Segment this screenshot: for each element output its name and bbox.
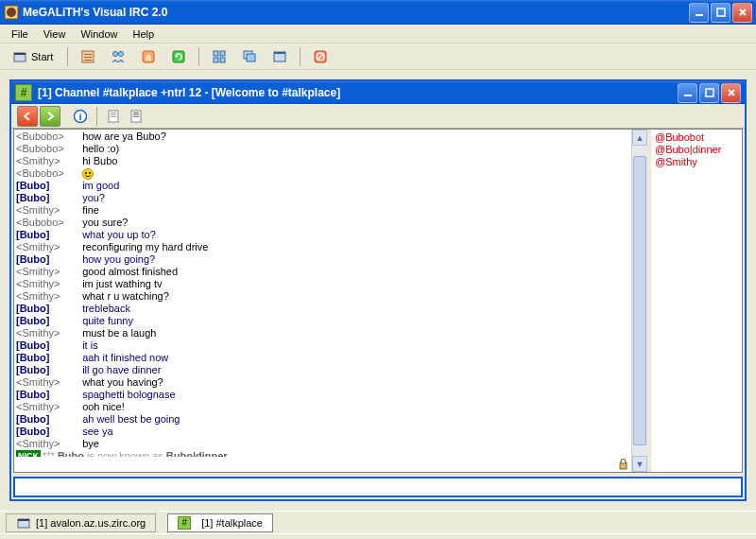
channel-tb-btn-2[interactable] xyxy=(40,106,60,127)
svg-rect-7 xyxy=(84,54,92,55)
chat-text: fine xyxy=(82,204,99,217)
svg-rect-40 xyxy=(18,519,29,521)
chat-nick: <Smithy> xyxy=(16,438,77,450)
channel-tb-btn-5[interactable] xyxy=(126,106,146,127)
smiley-icon xyxy=(82,168,94,180)
toolbar-btn-8[interactable] xyxy=(306,46,335,67)
menu-help[interactable]: Help xyxy=(126,26,163,42)
users-icon xyxy=(111,49,126,64)
task-server-button[interactable]: [1] avalon.az.us.zirc.org xyxy=(6,513,156,532)
menu-file[interactable]: File xyxy=(4,26,36,42)
svg-point-1 xyxy=(7,8,16,17)
chat-line: [Bubo] quite funny xyxy=(16,315,629,327)
chat-line: <Smithy> what you having? xyxy=(16,376,629,389)
chat-text: ooh nice! xyxy=(82,401,125,413)
window-icon xyxy=(272,49,287,64)
channel-tb-btn-1[interactable] xyxy=(17,106,38,127)
toolbar-btn-3[interactable]: a xyxy=(134,46,163,67)
chat-line: <Smithy> must be a laugh xyxy=(16,327,629,339)
svg-rect-15 xyxy=(214,51,218,56)
chat-text: im good xyxy=(82,180,119,192)
chat-line: [Bubo] spaghetti bolognase xyxy=(16,389,629,401)
chat-line: <Smithy> good almost finished xyxy=(16,266,629,278)
menu-window[interactable]: Window xyxy=(73,26,125,42)
channel-body: <Bubobo> how are ya Bubo?<Bubobo> hello … xyxy=(13,129,743,473)
svg-rect-37 xyxy=(133,116,139,117)
chat-text: im just wathing tv xyxy=(82,278,162,290)
input-row xyxy=(13,477,743,497)
toolbar-btn-7[interactable] xyxy=(266,46,294,67)
svg-rect-33 xyxy=(111,116,116,117)
channel-maximize-button[interactable] xyxy=(699,83,719,103)
chat-nick: <Smithy> xyxy=(16,266,77,278)
server-window-icon xyxy=(16,515,31,530)
chat-text: you? xyxy=(82,192,105,204)
toolbar-btn-1[interactable] xyxy=(74,46,102,67)
chat-nick: [Bubo] xyxy=(16,352,77,364)
task-channel-button[interactable]: # [1] #talkplace xyxy=(167,513,273,532)
chat-line: [Bubo] aah it finished now xyxy=(16,352,629,364)
chat-nick: <Bubobo> xyxy=(16,217,77,229)
menu-view[interactable]: View xyxy=(36,26,74,42)
scroll-thumb[interactable] xyxy=(633,156,646,445)
chat-line: [Bubo] im good xyxy=(16,180,629,192)
start-icon xyxy=(12,49,27,64)
close-button[interactable] xyxy=(732,3,752,23)
chat-text: spaghetti bolognase xyxy=(82,389,175,401)
channel-close-button[interactable] xyxy=(721,83,741,103)
channel-titlebar[interactable]: # [1] Channel #talkplace +ntrl 12 - [Wel… xyxy=(11,81,745,104)
nicklist-entry[interactable]: @Bubobot xyxy=(655,131,738,144)
svg-rect-32 xyxy=(111,114,116,115)
chat-line: [Bubo] ah well best be going xyxy=(16,413,629,426)
chat-messages[interactable]: <Bubobo> how are ya Bubo?<Bubobo> hello … xyxy=(14,130,631,457)
chat-nick: <Smithy> xyxy=(16,204,77,217)
toolbar-separator xyxy=(96,107,97,126)
chat-nick: <Bubobo> xyxy=(16,130,77,143)
channel-tb-btn-3[interactable]: i xyxy=(70,106,91,127)
lock-icon-row xyxy=(14,457,631,472)
minimize-button[interactable] xyxy=(689,3,709,23)
message-input[interactable] xyxy=(13,477,743,497)
svg-rect-8 xyxy=(84,57,92,58)
chat-text: it is xyxy=(82,339,98,352)
chat-nick: [Bubo] xyxy=(16,339,77,352)
nicklist-entry[interactable]: @Bubo|dinner xyxy=(655,144,738,156)
server-list-icon xyxy=(80,49,95,64)
chat-scrollbar[interactable]: ▲ ▼ xyxy=(631,130,647,472)
svg-rect-5 xyxy=(14,53,26,55)
toolbar-btn-5[interactable] xyxy=(205,46,233,67)
channel-minimize-button[interactable] xyxy=(678,83,697,103)
chat-nick: <Smithy> xyxy=(16,290,77,303)
chat-text: how are ya Bubo? xyxy=(82,130,166,143)
chat-text: trebleback xyxy=(82,303,130,315)
scroll-down-button[interactable]: ▼ xyxy=(632,456,647,472)
svg-rect-20 xyxy=(247,54,255,61)
maximize-button[interactable] xyxy=(711,3,730,23)
toolbar-separator xyxy=(67,47,68,66)
chat-line: <Smithy> what r u watching? xyxy=(16,290,629,303)
svg-rect-17 xyxy=(214,58,218,62)
chat-text: hi Bubo xyxy=(82,155,117,167)
chat-text xyxy=(82,167,94,180)
chat-nick: [Bubo] xyxy=(16,253,77,266)
svg-rect-26 xyxy=(684,95,692,96)
chat-text: bye xyxy=(82,438,99,450)
nicklist[interactable]: @Bubobot@Bubo|dinner@Smithy xyxy=(647,130,742,472)
chat-pane: <Bubobo> how are ya Bubo?<Bubobo> hello … xyxy=(14,130,631,472)
chat-text: must be a laugh xyxy=(82,327,156,339)
nicklist-entry[interactable]: @Smithy xyxy=(655,156,738,168)
chat-nick: <Bubobo> xyxy=(16,143,77,155)
chat-text: aah it finished now xyxy=(82,352,168,364)
toolbar-btn-2[interactable] xyxy=(104,46,132,67)
channel-tb-btn-4[interactable] xyxy=(103,106,124,127)
chat-line: [Bubo] ill go have dinner xyxy=(16,364,629,376)
chat-nick: [Bubo] xyxy=(16,426,77,438)
chat-line: <Bubobo> you sure? xyxy=(16,217,629,229)
start-button[interactable]: Start xyxy=(6,46,61,67)
lock-icon xyxy=(617,458,629,472)
toolbar-btn-4[interactable] xyxy=(164,46,193,67)
scroll-up-button[interactable]: ▲ xyxy=(632,130,647,146)
chat-text: reconfiguring my hard drive xyxy=(82,241,208,253)
script-icon: a xyxy=(141,49,156,64)
toolbar-btn-6[interactable] xyxy=(235,46,264,67)
